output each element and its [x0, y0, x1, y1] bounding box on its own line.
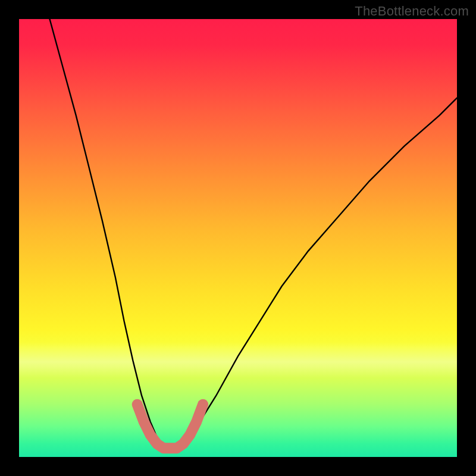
curve-layer: [19, 19, 457, 457]
bottleneck-curve: [50, 19, 458, 448]
attribution-text: TheBottleneck.com: [355, 4, 469, 19]
chart-frame: TheBottleneck.com: [0, 0, 476, 476]
